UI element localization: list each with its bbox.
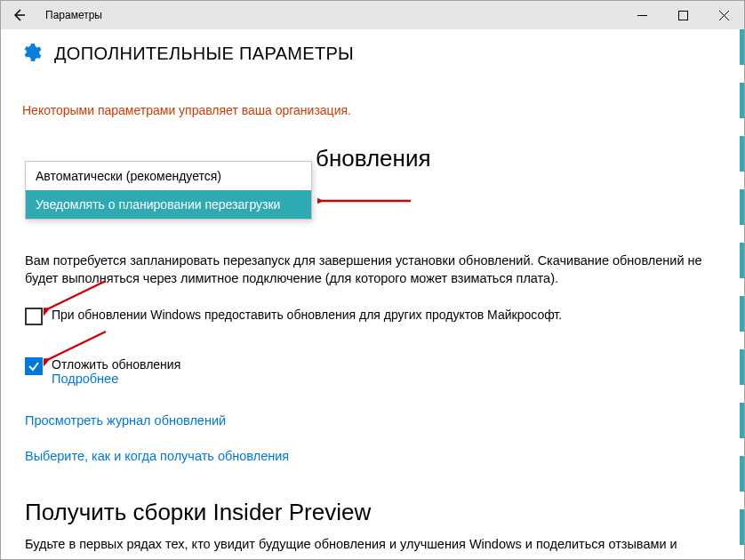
page-title: ДОПОЛНИТЕЛЬНЫЕ ПАРАМЕТРЫ bbox=[54, 44, 354, 64]
view-update-history-link[interactable]: Просмотреть журнал обновлений bbox=[25, 413, 226, 428]
app-title: Параметры bbox=[45, 9, 102, 21]
dropdown-option-auto[interactable]: Автоматически (рекомендуется) bbox=[26, 162, 311, 190]
checkbox-row-other-products: При обновлении Windows предоставить обно… bbox=[25, 308, 723, 325]
window-controls bbox=[621, 1, 744, 29]
svg-rect-0 bbox=[678, 11, 687, 20]
choose-how-updates-link[interactable]: Выберите, как и когда получать обновлени… bbox=[25, 449, 289, 463]
gear-icon bbox=[20, 42, 42, 66]
page-header: ДОПОЛНИТЕЛЬНЫЕ ПАРАМЕТРЫ bbox=[1, 29, 744, 73]
minimize-button[interactable] bbox=[621, 1, 662, 29]
maximize-icon bbox=[678, 11, 688, 20]
checkbox-defer-label: Отложить обновления bbox=[52, 357, 180, 372]
dropdown-option-notify[interactable]: Уведомлять о планировании перезагрузки bbox=[26, 190, 311, 219]
close-button[interactable] bbox=[703, 1, 744, 29]
minimize-icon bbox=[637, 11, 647, 20]
explain-text: Вам потребуется запланировать перезапуск… bbox=[25, 252, 723, 287]
checkmark-icon bbox=[28, 360, 40, 372]
maximize-button[interactable] bbox=[662, 1, 703, 29]
scrollbar[interactable] bbox=[740, 29, 744, 559]
close-icon bbox=[719, 11, 729, 20]
checkbox-row-defer: Отложить обновления Подробнее bbox=[25, 357, 723, 386]
heading-insider-preview: Получить сборки Insider Preview bbox=[25, 499, 371, 526]
install-updates-dropdown[interactable]: Автоматически (рекомендуется) Уведомлять… bbox=[25, 161, 312, 220]
back-button[interactable] bbox=[4, 1, 33, 29]
titlebar: Параметры bbox=[1, 1, 744, 29]
checkbox-other-products-label: При обновлении Windows предоставить обно… bbox=[52, 308, 562, 322]
annotation-arrow-1 bbox=[317, 192, 415, 210]
content-area: Некоторыми параметрами управляет ваша ор… bbox=[1, 73, 744, 117]
back-arrow-icon bbox=[12, 8, 26, 22]
checkbox-other-products[interactable] bbox=[25, 308, 43, 325]
org-managed-warning: Некоторыми параметрами управляет ваша ор… bbox=[22, 103, 723, 117]
svg-line-3 bbox=[49, 332, 106, 359]
checkbox-defer-updates[interactable] bbox=[25, 357, 43, 375]
insider-description: Будьте в первых рядах тех, кто увидит бу… bbox=[25, 536, 723, 554]
defer-learn-more-link[interactable]: Подробнее bbox=[52, 372, 180, 386]
section-heading-partial: бновления bbox=[316, 145, 431, 172]
